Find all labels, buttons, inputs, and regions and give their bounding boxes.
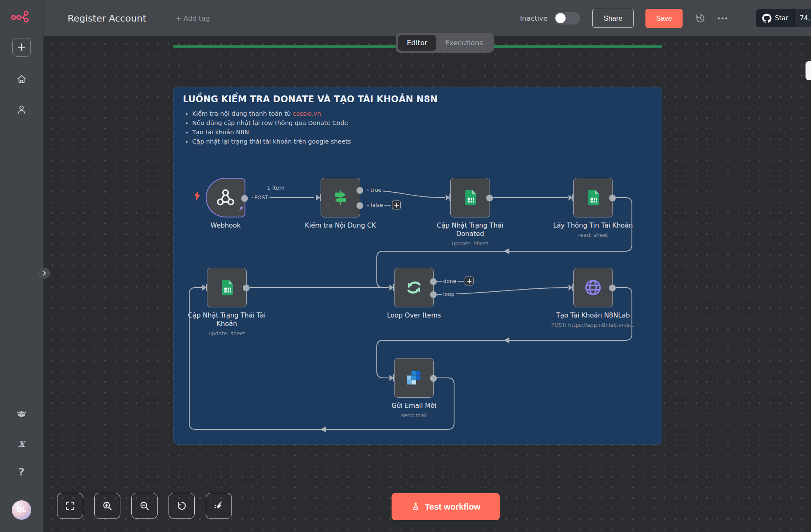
save-button[interactable]: Save [645,9,683,28]
google-sheets-icon [460,188,480,207]
workflow-title[interactable]: Register Account [68,13,146,24]
sidebar-expand-button[interactable] [39,268,50,279]
reset-zoom-button[interactable] [169,493,195,519]
add-node-button[interactable] [392,201,401,209]
variables-icon[interactable]: x [19,437,24,449]
n8n-logo [11,8,33,23]
webhook-icon [216,188,235,207]
left-sidebar: x ? QL [0,0,44,532]
port-label-post: POST [253,194,269,201]
zoom-out-button[interactable] [131,493,158,519]
history-button[interactable] [694,13,706,24]
canvas-toolbar [57,493,232,519]
github-star-count: 74, [800,14,810,22]
output-port-false[interactable] [357,202,363,209]
sticky-bullet: Cập nhật lại trạng thái tài khoản trên g… [192,137,653,146]
github-icon [762,14,772,23]
reset-zoom-icon [176,500,187,511]
view-tabs: Editor Executions [396,33,494,53]
fit-view-button[interactable] [57,493,83,519]
google-sheets-icon [217,278,237,297]
zoom-in-icon [102,500,113,511]
fit-view-icon [65,500,76,511]
port-label-false: false [369,202,384,208]
sticky-bullets: Kiểm tra nội dung thanh toán từ cassio.v… [192,109,653,146]
sticky-title: LUỒNG KIỂM TRA DONATE VÀ TẠO TÀI KHOẢN N… [183,94,653,104]
node-label: Gửi Email Mờisend:mail [359,402,469,418]
node-label: Lấy Thông Tin Tài Khoảnread: sheet [534,222,652,238]
pinned-data-icon [237,206,245,214]
cassio-link[interactable]: cassio.vn [293,110,321,117]
active-toggle[interactable] [554,12,580,24]
node-label: Kiểm tra Nội Dung CK [277,222,404,230]
http-globe-icon [583,278,603,297]
avatar[interactable]: QL [12,500,31,520]
help-icon[interactable]: ? [19,466,24,478]
zoom-in-button[interactable] [94,493,120,519]
output-port-done[interactable] [430,278,437,285]
user-icon[interactable] [16,104,27,115]
tab-executions[interactable]: Executions [436,35,492,51]
output-port[interactable] [486,195,493,201]
home-icon[interactable] [16,73,27,85]
output-port[interactable] [430,375,437,382]
output-port-loop[interactable] [430,291,437,298]
more-options-button[interactable] [718,17,727,19]
node-update-donated[interactable] [450,178,490,217]
email-mosaic-icon [404,368,424,388]
sticky-bullet: Kiểm tra nội dung thanh toán từ cassio.v… [192,109,653,118]
flask-icon [411,502,420,511]
if-signpost-icon [331,188,350,207]
tidy-up-icon [213,500,224,511]
loop-icon [404,278,424,297]
zoom-out-icon [139,500,150,511]
history-icon [694,13,706,24]
output-port[interactable] [609,195,616,201]
port-label-loop: loop [442,291,456,297]
tab-editor[interactable]: Editor [398,35,436,51]
port-label-done: done [442,278,457,284]
github-star-label: Star [775,14,789,22]
node-send-email[interactable] [394,358,434,398]
share-button[interactable]: Share [592,9,634,28]
add-node-button[interactable] [465,277,474,285]
status-label: Inactive [520,14,547,22]
output-port[interactable] [609,285,616,291]
node-get-account-info[interactable] [573,178,613,217]
tidy-up-button[interactable] [206,493,232,519]
chevron-right-icon [42,271,46,276]
output-port[interactable] [243,285,250,291]
connection-items-label: 1 item [265,185,286,191]
test-workflow-label: Test workflow [425,502,481,512]
templates-box-icon[interactable] [16,408,28,420]
top-bar: Register Account + Add tag Inactive Shar… [44,0,811,36]
n8n-workflow-editor: LUỒNG KIỂM TRA DONATE VÀ TẠO TÀI KHOẢN N… [0,0,811,532]
google-sheets-icon [583,188,603,207]
sticky-bullet: Nếu đúng cập nhật lại row thông qua Dona… [192,118,653,128]
node-create-n8nlab-account[interactable] [573,268,613,307]
node-label: Tạo Tài Khoản N8NLabPOST: https://app.n8… [532,312,654,328]
node-label: Loop Over Items [359,312,469,320]
sidebar-divider [8,491,36,491]
trigger-lightning-icon [192,190,202,201]
add-tag-button[interactable]: + Add tag [176,14,210,22]
node-label: Webhook [171,222,280,230]
output-port-true[interactable] [357,187,363,194]
panel-button-partial[interactable] [806,61,811,80]
node-if-check[interactable] [321,178,360,217]
node-label: Cập Nhật Trạng Thái Tài Khoảnupdate: she… [182,312,272,337]
port-label-true: true [369,187,383,193]
node-label: Cập Nhật Trạng Thái Donatedupdate: sheet [429,222,512,247]
node-loop-over-items[interactable] [394,268,434,307]
output-port[interactable] [241,195,248,202]
test-workflow-button[interactable]: Test workflow [392,493,500,520]
add-workflow-button[interactable] [12,38,31,57]
sticky-bullet: Tạo tài khoản N8N [192,128,653,137]
node-update-account-status[interactable] [207,268,247,307]
github-star-widget[interactable]: Star 74, [756,9,811,27]
header-divider [733,0,733,36]
